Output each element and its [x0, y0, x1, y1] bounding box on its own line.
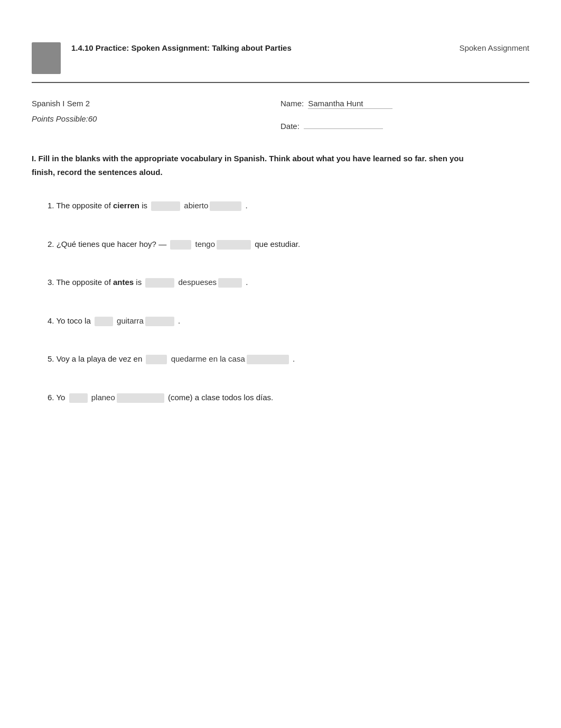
ex3-blank1	[145, 278, 174, 288]
ex3-answer: despueses	[176, 278, 217, 287]
exercise-item-3: 3. The opposite of antes is despueses .	[32, 277, 529, 289]
document-thumbnail-icon	[32, 42, 61, 74]
ex1-blank1	[151, 201, 180, 211]
ex4-period: .	[176, 316, 180, 325]
ex5-text1: 5. Voy a la playa de vez en	[48, 354, 144, 363]
ex1-text2: is	[139, 201, 149, 210]
document-title: 1.4.10 Practice: Spoken Assignment: Talk…	[71, 42, 438, 53]
ex5-answer: quedarme en la casa	[169, 354, 245, 363]
ex4-blank1	[95, 317, 113, 326]
points-possible: Points Possible:60	[32, 114, 280, 131]
ex6-answer: planeo	[89, 393, 115, 402]
exercise-item-4: 4. Yo toco la guitarra .	[32, 315, 529, 327]
header-section: 1.4.10 Practice: Spoken Assignment: Talk…	[32, 42, 529, 83]
ex1-bold: cierren	[113, 201, 139, 210]
ex3-blank2	[218, 278, 242, 288]
ex5-blank2	[247, 355, 289, 364]
exercise-item-6: 6. Yo planeo (come) a clase todos los dí…	[32, 392, 529, 404]
date-row: Date:	[280, 119, 383, 131]
ex4-answer: guitarra	[115, 316, 144, 325]
instructions-text: I. Fill in the blanks with the appropria…	[32, 152, 465, 179]
ex1-period: .	[243, 201, 247, 210]
ex2-answer: tengo	[193, 239, 215, 248]
ex3-text1: 3. The opposite of	[48, 278, 113, 287]
ex2-text2: que estudiar.	[253, 239, 300, 248]
ex1-blank2	[210, 201, 241, 211]
ex1-answer: abierto	[182, 201, 208, 210]
ex1-text1: 1. The opposite of	[48, 201, 113, 210]
ex6-blank2	[117, 393, 164, 403]
exercise-item-2: 2. ¿Qué tienes que hacer hoy? — tengo qu…	[32, 238, 529, 251]
ex3-period: .	[244, 278, 248, 287]
ex4-blank2	[145, 317, 174, 326]
name-label: Name:	[280, 99, 304, 108]
assignment-type-label: Spoken Assignment	[459, 42, 529, 52]
ex4-text1: 4. Yo toco la	[48, 316, 93, 325]
ex6-blank1	[69, 393, 88, 403]
ex5-blank1	[146, 355, 167, 364]
course-label: Spanish I Sem 2	[32, 99, 280, 109]
exercise-item-1: 1. The opposite of cierren is abierto .	[32, 200, 529, 212]
date-label: Date:	[280, 122, 300, 131]
exercise-list: 1. The opposite of cierren is abierto . …	[32, 200, 529, 403]
ex3-bold: antes	[113, 278, 134, 287]
date-value	[304, 119, 383, 129]
ex2-blank1	[170, 240, 191, 250]
meta-section: Spanish I Sem 2 Name: Samantha Hunt Poin…	[32, 99, 529, 131]
name-row: Name: Samantha Hunt	[280, 99, 529, 109]
header-title-block: 1.4.10 Practice: Spoken Assignment: Talk…	[71, 42, 438, 53]
ex6-text2: (come) a clase todos los días.	[166, 393, 273, 402]
ex2-blank2	[217, 240, 251, 250]
exercise-item-5: 5. Voy a la playa de vez en quedarme en …	[32, 353, 529, 365]
page: 1.4.10 Practice: Spoken Assignment: Talk…	[0, 0, 561, 728]
ex6-text1: 6. Yo	[48, 393, 68, 402]
ex2-text1: 2. ¿Qué tienes que hacer hoy? —	[48, 239, 169, 248]
ex3-text2: is	[134, 278, 144, 287]
student-name: Samantha Hunt	[308, 99, 392, 109]
ex5-period: .	[291, 354, 295, 363]
